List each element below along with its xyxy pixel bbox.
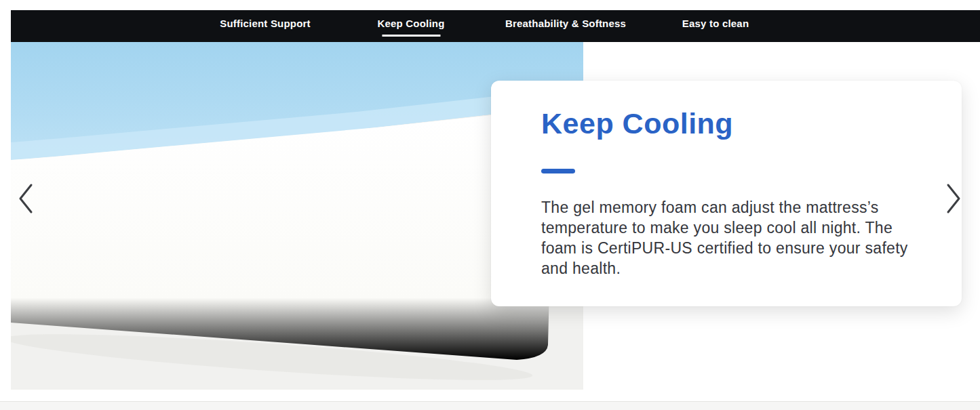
tab-label: Easy to clean xyxy=(682,18,749,29)
active-tab-underline xyxy=(382,35,440,37)
chevron-right-icon xyxy=(945,182,962,215)
card-description: The gel memory foam can adjust the mattr… xyxy=(541,197,926,279)
tab-label: Keep Cooling xyxy=(377,18,444,29)
next-section-edge xyxy=(0,401,980,410)
feature-nav: Sufficient Support Keep Cooling Breathab… xyxy=(11,10,980,42)
tab-label: Breathability & Softness xyxy=(505,18,626,29)
title-divider xyxy=(541,169,575,173)
tab-easy-to-clean[interactable]: Easy to clean xyxy=(682,10,749,42)
carousel-prev-button[interactable] xyxy=(15,179,37,218)
tab-label: Sufficient Support xyxy=(220,18,311,29)
feature-card: Keep Cooling The gel memory foam can adj… xyxy=(491,81,962,306)
tab-sufficient-support[interactable]: Sufficient Support xyxy=(220,10,311,42)
tab-keep-cooling[interactable]: Keep Cooling xyxy=(377,10,444,42)
tab-breathability-softness[interactable]: Breathability & Softness xyxy=(505,10,626,42)
chevron-left-icon xyxy=(18,182,34,215)
carousel-next-button[interactable] xyxy=(943,179,964,218)
card-title: Keep Cooling xyxy=(541,106,926,142)
